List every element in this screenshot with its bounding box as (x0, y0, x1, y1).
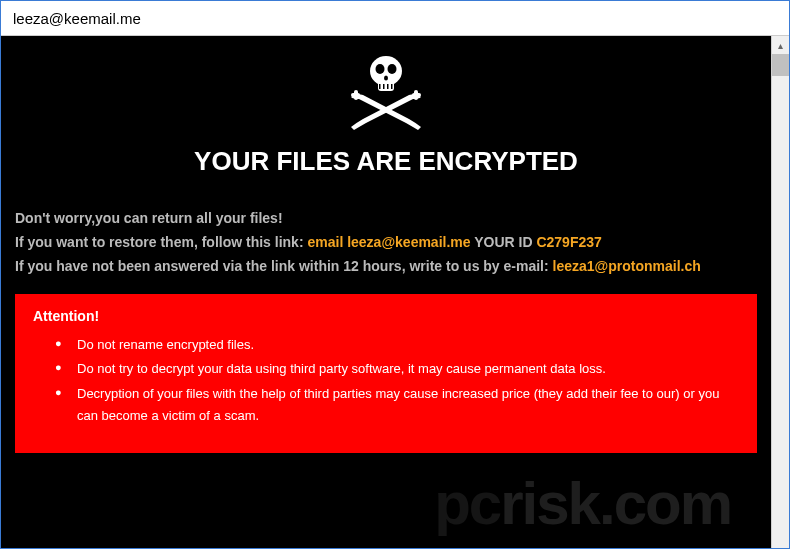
yourid-label: YOUR ID (471, 234, 537, 250)
svg-rect-5 (379, 84, 381, 89)
vertical-scrollbar[interactable]: ▴ (771, 36, 789, 548)
svg-rect-8 (391, 84, 393, 89)
headline: YOUR FILES ARE ENCRYPTED (15, 146, 757, 177)
svg-rect-10 (354, 90, 358, 100)
skull-container (15, 44, 757, 146)
body-text: Don't worry,you can return all your file… (15, 207, 757, 278)
your-id-value: C279F237 (536, 234, 601, 250)
svg-point-3 (388, 64, 397, 74)
line2: If you want to restore them, follow this… (15, 231, 757, 255)
content-wrapper: YOUR FILES ARE ENCRYPTED Don't worry,you… (1, 36, 789, 548)
window-title: leeza@keemail.me (13, 10, 141, 27)
list-item: Do not try to decrypt your data using th… (55, 358, 739, 380)
contact-email: email leeza@keemail.me (307, 234, 470, 250)
scroll-up-arrow-icon[interactable]: ▴ (772, 36, 789, 54)
list-item: Decryption of your files with the help o… (55, 383, 739, 427)
backup-email: leeza1@protonmail.ch (553, 258, 701, 274)
svg-rect-7 (387, 84, 389, 89)
svg-point-4 (384, 76, 388, 81)
window-titlebar[interactable]: leeza@keemail.me (1, 1, 789, 36)
skull-swords-icon (341, 49, 431, 138)
list-item: Do not rename encrypted files. (55, 334, 739, 356)
line1: Don't worry,you can return all your file… (15, 207, 757, 231)
watermark: pcrisk.com (434, 469, 731, 538)
attention-box: Attention! Do not rename encrypted files… (15, 294, 757, 452)
svg-rect-12 (414, 90, 418, 100)
attention-list: Do not rename encrypted files. Do not tr… (33, 334, 739, 426)
main-content: YOUR FILES ARE ENCRYPTED Don't worry,you… (1, 36, 771, 548)
app-window: leeza@keemail.me (0, 0, 790, 549)
line3: If you have not been answered via the li… (15, 255, 757, 279)
line2-prefix: If you want to restore them, follow this… (15, 234, 307, 250)
watermark-suffix: risk.com (500, 470, 731, 537)
attention-title: Attention! (33, 308, 739, 324)
line3-prefix: If you have not been answered via the li… (15, 258, 553, 274)
svg-point-2 (376, 64, 385, 74)
scroll-thumb[interactable] (772, 54, 789, 76)
watermark-prefix: pc (434, 470, 500, 537)
svg-rect-6 (383, 84, 385, 89)
